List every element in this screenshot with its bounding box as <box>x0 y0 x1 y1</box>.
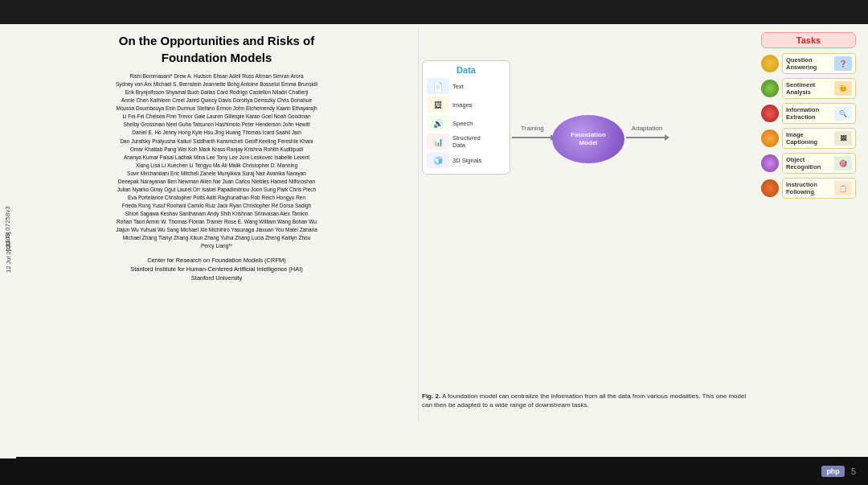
task-question-answering: QuestionAnswering ❓ <box>761 53 856 74</box>
task-ball-sa <box>761 80 779 97</box>
main-content-area: 2108.07258v3 [cs.LG] 12 Jul 2022 On the … <box>0 24 868 458</box>
data-item-structured: 📊 StructuredData <box>427 134 506 150</box>
diagram-section: Tasks QuestionAnswering ❓ SentimentAnaly… <box>422 28 860 422</box>
caption-text: A foundation model can centralize the in… <box>422 393 746 409</box>
authors-list: Rishi Bommasani* Drew A. Hudson Ehsan Ad… <box>18 72 416 250</box>
data-item-speech: 🔊 Speech <box>427 115 506 131</box>
side-label-area: 2108.07258v3 [cs.LG] 12 Jul 2022 <box>0 24 16 458</box>
figure-caption: Fig. 2. A foundation model can centraliz… <box>422 392 751 410</box>
task-ball-if <box>761 179 779 197</box>
task-sentiment-analysis: SentimentAnalysis 😊 <box>761 78 856 99</box>
fig-label: Fig. 2. <box>422 393 440 400</box>
arrow-foundation-adaptation <box>626 137 666 138</box>
training-label: Training <box>514 125 551 132</box>
adaptation-label: Adaptation <box>627 125 667 132</box>
tasks-header: Tasks <box>761 32 856 48</box>
tasks-column: Tasks QuestionAnswering ❓ SentimentAnaly… <box>761 32 856 203</box>
task-object-recognition: ObjectRecognition 🎯 <box>761 153 856 174</box>
paper-section: On the Opportunities and Risks of Founda… <box>18 32 416 450</box>
task-ball-or <box>761 154 779 172</box>
task-image-captioning: ImageCaptioning 🖼 <box>761 128 856 149</box>
task-instruction-following: InstructionFollowing 📋 <box>761 178 856 199</box>
data-box: Data 📄 Text 🖼 Images 🔊 Speech <box>422 60 510 175</box>
divider-line <box>418 28 419 422</box>
data-item-images: 🖼 Images <box>427 97 506 113</box>
task-ball-qa <box>761 55 779 72</box>
arrow-data-training <box>512 137 552 138</box>
data-item-3d: 🧊 3D Signals <box>427 152 506 168</box>
php-badge: php <box>821 466 845 477</box>
data-item-text: 📄 Text <box>427 78 506 94</box>
task-ball-ie <box>761 105 779 122</box>
bottom-bar: php 5 <box>0 457 868 485</box>
data-label: Data <box>427 65 506 75</box>
paper-title: On the Opportunities and Risks of Founda… <box>18 32 416 66</box>
task-ball-ic <box>761 129 779 147</box>
affiliations: Center for Research on Foundation Models… <box>18 257 416 282</box>
flow-diagram: Data 📄 Text 🖼 Images 🔊 Speech <box>422 44 655 269</box>
page-number: 5 <box>851 467 856 476</box>
task-information-extraction: InformationExtraction 🔍 <box>761 103 856 124</box>
foundation-label: FoundationModel <box>571 131 606 148</box>
side-date: 12 Jul 2022 <box>5 241 12 273</box>
foundation-model-box: FoundationModel <box>552 115 624 163</box>
